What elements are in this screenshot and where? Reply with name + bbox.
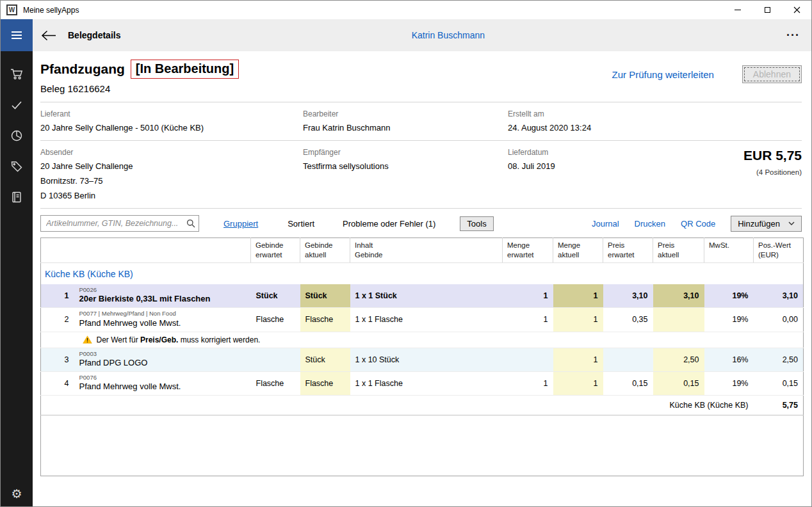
tools-button[interactable]: Tools: [460, 216, 493, 231]
menge-erwartet-cell: [503, 348, 553, 371]
column-header-inhalt-gebinde[interactable]: InhaltGebinde: [350, 238, 503, 263]
article-name: Pfand Mehrweg volle Mwst.: [79, 318, 246, 332]
menge-erwartet-cell: 1: [503, 308, 553, 332]
preis-aktuell-cell[interactable]: 0,15: [653, 371, 704, 395]
column-header-menge-aktuell[interactable]: Mengeaktuell: [553, 238, 603, 263]
sidebar-item-offers[interactable]: [1, 151, 33, 182]
hamburger-icon: [11, 31, 22, 40]
gebinde-erwartet-cell: [251, 348, 300, 371]
sidebar-item-settings[interactable]: ⚙: [1, 487, 33, 501]
forward-for-review-button[interactable]: Zur Prüfung weiterleiten: [612, 69, 714, 80]
preis-aktuell-cell[interactable]: [653, 308, 704, 332]
column-header-mwst[interactable]: MwSt.: [704, 238, 754, 263]
field-value: 24. August 2020 13:24: [508, 123, 802, 133]
search-input[interactable]: [40, 215, 199, 232]
field-lieferant: Lieferant 20 Jahre Selly Challenge - 501…: [40, 109, 303, 133]
column-header-preis-aktuell[interactable]: Preisaktuell: [653, 238, 704, 263]
field-erstellt-am: Erstellt am 24. August 2020 13:24: [508, 109, 802, 133]
sidebar-item-journal[interactable]: [1, 182, 33, 213]
cart-icon: [10, 68, 24, 81]
qr-code-link[interactable]: QR Code: [681, 219, 715, 229]
preis-aktuell-cell[interactable]: 2,50: [653, 348, 704, 371]
reject-button[interactable]: Ablehnen: [742, 65, 802, 83]
back-arrow-icon: [41, 30, 57, 41]
table-row[interactable]: 4 P0076Pfand Mehrweg volle Mwst. Flasche…: [41, 371, 804, 395]
gebinde-aktuell-cell[interactable]: Flasche: [300, 308, 350, 332]
gebinde-aktuell-cell[interactable]: Flasche: [300, 371, 350, 395]
inhalt-gebinde-cell: 1 x 1 Flasche: [350, 308, 503, 332]
menge-erwartet-cell: 1: [503, 371, 553, 395]
main-content: Pfandzugang [In Bearbeitung] Beleg 16216…: [33, 51, 811, 506]
back-button[interactable]: [41, 30, 57, 41]
check-icon: [10, 99, 23, 111]
article-code: P0076: [79, 372, 246, 381]
menge-aktuell-cell[interactable]: 1: [553, 371, 603, 395]
group-header-row[interactable]: Küche KB (Küche KB): [41, 262, 804, 284]
inhalt-gebinde-cell: 1 x 1 Stück: [350, 284, 503, 308]
group-footer-row: Küche KB (Küche KB) 5,75: [41, 396, 804, 415]
preis-aktuell-cell[interactable]: 3,10: [653, 284, 704, 308]
tag-icon: [10, 160, 23, 173]
close-button[interactable]: [782, 1, 811, 19]
column-header-gebinde-aktuell[interactable]: Gebindeaktuell: [300, 238, 350, 263]
article-cell: P002620er Bierkiste 0,33L mit Flaschen: [74, 284, 251, 308]
menu-button[interactable]: [1, 19, 33, 51]
maximize-button[interactable]: [752, 1, 782, 19]
spacer-cell: [41, 332, 74, 348]
search-icon[interactable]: [186, 219, 195, 230]
field-value: 08. Juli 2019: [508, 161, 700, 171]
field-label: Bearbeiter: [303, 109, 508, 118]
address-line: D 10365 Berlin: [40, 191, 303, 200]
row-number: 2: [41, 308, 74, 332]
article-cell: P0077 | Mehrweg/Pfand | Non FoodPfand Me…: [74, 308, 251, 332]
column-header-gebinde-erwartet[interactable]: Gebindeerwartet: [251, 238, 300, 263]
field-value: Testfirma sellysolutions: [303, 161, 508, 171]
menge-aktuell-cell[interactable]: 1: [553, 308, 603, 332]
maximize-icon: [765, 7, 770, 13]
pos-wert-cell: 0,00: [754, 308, 804, 332]
validation-warning-row: Der Wert für Preis/Geb. muss korrigiert …: [41, 332, 804, 348]
inhalt-gebinde-cell: 1 x 1 Flasche: [350, 371, 503, 395]
journal-link[interactable]: Journal: [592, 219, 619, 229]
field-label: Lieferant: [40, 109, 303, 118]
table-row[interactable]: 1 P002620er Bierkiste 0,33L mit Flaschen…: [41, 284, 804, 308]
positions-count: (4 Positionen): [700, 168, 802, 176]
toggle-gruppiert[interactable]: Gruppiert: [223, 219, 258, 229]
minimize-button[interactable]: [723, 1, 752, 19]
sidebar-item-cart[interactable]: [1, 59, 33, 90]
status-badge: [In Bearbeitung]: [131, 60, 239, 79]
toggle-sortiert[interactable]: Sortiert: [288, 219, 314, 229]
field-label: Erstellt am: [508, 109, 802, 118]
gebinde-aktuell-cell[interactable]: Stück: [300, 284, 350, 308]
address-line: Bornitzstr. 73–75: [40, 176, 303, 186]
gebinde-erwartet-cell: Stück: [251, 284, 300, 308]
table-row[interactable]: 2 P0077 | Mehrweg/Pfand | Non FoodPfand …: [41, 308, 804, 332]
article-name: Pfand DPG LOGO: [79, 357, 246, 371]
article-cell: P0003Pfand DPG LOGO: [74, 348, 251, 371]
toggle-probleme-fehler[interactable]: Probleme oder Fehler (1): [343, 219, 435, 229]
pie-chart-icon: [10, 129, 23, 142]
column-header-pos-wert[interactable]: Pos.-Wert(EUR): [754, 238, 804, 263]
sidebar-item-statistics[interactable]: [1, 120, 33, 151]
warning-icon: [83, 335, 92, 344]
app-logo-icon: W: [6, 4, 17, 15]
page-title: Belegdetails: [68, 30, 120, 40]
hinzufuegen-button[interactable]: Hinzufügen: [731, 216, 802, 232]
window-title: Meine sellyApps: [23, 6, 79, 15]
menge-aktuell-cell[interactable]: 1: [553, 284, 603, 308]
column-header-article: [74, 238, 251, 263]
more-options-button[interactable]: ···: [786, 32, 800, 38]
menge-aktuell-cell[interactable]: 1: [553, 348, 603, 371]
drucken-link[interactable]: Drucken: [635, 219, 665, 229]
gebinde-aktuell-cell[interactable]: Stück: [300, 348, 350, 371]
field-label: Empfänger: [303, 148, 508, 157]
table-row[interactable]: 3 P0003Pfand DPG LOGO Stück 1 x 10 Stück…: [41, 348, 804, 371]
current-user-link[interactable]: Katrin Buschmann: [412, 30, 485, 40]
article-name: 20er Bierkiste 0,33L mit Flaschen: [79, 293, 246, 307]
column-header-preis-erwartet[interactable]: Preiserwartet: [603, 238, 653, 263]
nav-sidebar: ⚙: [1, 51, 33, 506]
column-header-menge-erwartet[interactable]: Mengeerwartet: [503, 238, 553, 263]
warning-text: Der Wert für Preis/Geb. muss korrigiert …: [97, 335, 261, 344]
group-footer-label: Küche KB (Küche KB): [41, 396, 754, 415]
sidebar-item-tasks[interactable]: [1, 90, 33, 120]
